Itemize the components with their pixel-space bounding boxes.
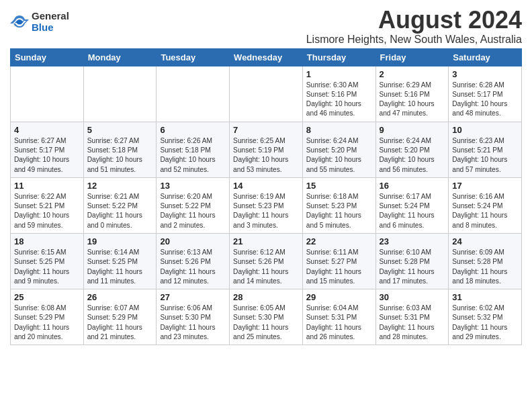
day-info: Sunrise: 6:19 AM Sunset: 5:23 PM Dayligh… xyxy=(233,192,299,230)
day-number: 12 xyxy=(87,181,153,191)
week-row-0: 1Sunrise: 6:30 AM Sunset: 5:16 PM Daylig… xyxy=(11,66,522,122)
calendar-cell-w2-d3: 14Sunrise: 6:19 AM Sunset: 5:23 PM Dayli… xyxy=(230,177,303,233)
logo-icon xyxy=(10,13,29,32)
calendar-cell-w0-d4: 1Sunrise: 6:30 AM Sunset: 5:16 PM Daylig… xyxy=(302,66,375,122)
day-number: 26 xyxy=(87,292,153,302)
calendar-cell-w3-d2: 20Sunrise: 6:13 AM Sunset: 5:26 PM Dayli… xyxy=(157,233,230,289)
day-number: 25 xyxy=(14,292,80,302)
week-row-3: 18Sunrise: 6:15 AM Sunset: 5:25 PM Dayli… xyxy=(11,233,522,289)
day-info: Sunrise: 6:11 AM Sunset: 5:27 PM Dayligh… xyxy=(306,248,372,286)
day-info: Sunrise: 6:20 AM Sunset: 5:22 PM Dayligh… xyxy=(160,192,226,230)
header-wednesday: Wednesday xyxy=(230,48,303,66)
location-title: Lismore Heights, New South Wales, Austra… xyxy=(306,34,522,46)
day-number: 31 xyxy=(452,292,518,302)
day-info: Sunrise: 6:17 AM Sunset: 5:24 PM Dayligh… xyxy=(380,192,445,230)
day-info: Sunrise: 6:08 AM Sunset: 5:29 PM Dayligh… xyxy=(14,304,80,342)
day-info: Sunrise: 6:21 AM Sunset: 5:22 PM Dayligh… xyxy=(87,192,153,230)
calendar-cell-w3-d4: 22Sunrise: 6:11 AM Sunset: 5:27 PM Dayli… xyxy=(302,233,375,289)
day-number: 11 xyxy=(14,181,80,191)
calendar-cell-w1-d3: 7Sunrise: 6:25 AM Sunset: 5:19 PM Daylig… xyxy=(230,122,303,177)
header-sunday: Sunday xyxy=(11,48,84,66)
day-number: 2 xyxy=(380,69,445,79)
day-number: 19 xyxy=(87,236,153,246)
day-info: Sunrise: 6:18 AM Sunset: 5:23 PM Dayligh… xyxy=(306,192,372,230)
day-info: Sunrise: 6:12 AM Sunset: 5:26 PM Dayligh… xyxy=(233,248,299,286)
calendar-cell-w0-d2 xyxy=(157,66,230,122)
day-number: 8 xyxy=(306,125,372,135)
day-number: 23 xyxy=(380,236,445,246)
header-monday: Monday xyxy=(83,48,157,66)
week-row-1: 4Sunrise: 6:27 AM Sunset: 5:17 PM Daylig… xyxy=(11,122,522,177)
day-number: 17 xyxy=(452,181,518,191)
calendar-cell-w3-d0: 18Sunrise: 6:15 AM Sunset: 5:25 PM Dayli… xyxy=(11,233,84,289)
day-info: Sunrise: 6:29 AM Sunset: 5:16 PM Dayligh… xyxy=(380,81,445,119)
day-number: 9 xyxy=(380,125,445,135)
day-number: 18 xyxy=(14,236,80,246)
day-number: 10 xyxy=(452,125,518,135)
day-info: Sunrise: 6:26 AM Sunset: 5:18 PM Dayligh… xyxy=(160,136,226,175)
day-info: Sunrise: 6:07 AM Sunset: 5:29 PM Dayligh… xyxy=(87,304,153,342)
calendar-cell-w4-d4: 29Sunrise: 6:04 AM Sunset: 5:31 PM Dayli… xyxy=(302,289,375,345)
calendar-cell-w2-d4: 15Sunrise: 6:18 AM Sunset: 5:23 PM Dayli… xyxy=(302,177,375,233)
calendar-cell-w3-d6: 24Sunrise: 6:09 AM Sunset: 5:28 PM Dayli… xyxy=(449,233,522,289)
day-number: 28 xyxy=(233,292,299,302)
calendar-cell-w0-d3 xyxy=(230,66,303,122)
month-title: August 2024 xyxy=(306,7,522,34)
day-info: Sunrise: 6:16 AM Sunset: 5:24 PM Dayligh… xyxy=(452,192,518,230)
week-row-2: 11Sunrise: 6:22 AM Sunset: 5:21 PM Dayli… xyxy=(11,177,522,233)
logo-general-text: General xyxy=(32,11,69,22)
calendar-cell-w2-d5: 16Sunrise: 6:17 AM Sunset: 5:24 PM Dayli… xyxy=(375,177,449,233)
logo: General Blue xyxy=(10,11,69,33)
header-friday: Friday xyxy=(375,48,449,66)
day-number: 20 xyxy=(160,236,226,246)
day-number: 24 xyxy=(452,236,518,246)
day-info: Sunrise: 6:04 AM Sunset: 5:31 PM Dayligh… xyxy=(306,304,372,342)
day-info: Sunrise: 6:25 AM Sunset: 5:19 PM Dayligh… xyxy=(233,136,299,175)
calendar-cell-w4-d2: 27Sunrise: 6:06 AM Sunset: 5:30 PM Dayli… xyxy=(157,289,230,345)
day-number: 22 xyxy=(306,236,372,246)
day-number: 21 xyxy=(233,236,299,246)
calendar-cell-w1-d6: 10Sunrise: 6:23 AM Sunset: 5:21 PM Dayli… xyxy=(449,122,522,177)
calendar-cell-w2-d2: 13Sunrise: 6:20 AM Sunset: 5:22 PM Dayli… xyxy=(157,177,230,233)
calendar-cell-w2-d1: 12Sunrise: 6:21 AM Sunset: 5:22 PM Dayli… xyxy=(83,177,157,233)
calendar-cell-w3-d5: 23Sunrise: 6:10 AM Sunset: 5:28 PM Dayli… xyxy=(375,233,449,289)
day-info: Sunrise: 6:27 AM Sunset: 5:18 PM Dayligh… xyxy=(87,136,153,175)
calendar-cell-w2-d6: 17Sunrise: 6:16 AM Sunset: 5:24 PM Dayli… xyxy=(449,177,522,233)
day-info: Sunrise: 6:09 AM Sunset: 5:28 PM Dayligh… xyxy=(452,248,518,286)
day-info: Sunrise: 6:22 AM Sunset: 5:21 PM Dayligh… xyxy=(14,192,80,230)
day-info: Sunrise: 6:05 AM Sunset: 5:30 PM Dayligh… xyxy=(233,304,299,342)
calendar-cell-w0-d6: 3Sunrise: 6:28 AM Sunset: 5:17 PM Daylig… xyxy=(449,66,522,122)
calendar-cell-w0-d5: 2Sunrise: 6:29 AM Sunset: 5:16 PM Daylig… xyxy=(375,66,449,122)
calendar-cell-w1-d1: 5Sunrise: 6:27 AM Sunset: 5:18 PM Daylig… xyxy=(83,122,157,177)
day-number: 6 xyxy=(160,125,226,135)
calendar-cell-w3-d3: 21Sunrise: 6:12 AM Sunset: 5:26 PM Dayli… xyxy=(230,233,303,289)
header-saturday: Saturday xyxy=(449,48,522,66)
header-thursday: Thursday xyxy=(302,48,375,66)
day-info: Sunrise: 6:23 AM Sunset: 5:21 PM Dayligh… xyxy=(452,136,518,175)
day-number: 1 xyxy=(306,69,372,79)
calendar-cell-w1-d0: 4Sunrise: 6:27 AM Sunset: 5:17 PM Daylig… xyxy=(11,122,84,177)
calendar-cell-w0-d1 xyxy=(83,66,157,122)
week-row-4: 25Sunrise: 6:08 AM Sunset: 5:29 PM Dayli… xyxy=(11,289,522,345)
calendar-cell-w4-d1: 26Sunrise: 6:07 AM Sunset: 5:29 PM Dayli… xyxy=(83,289,157,345)
day-info: Sunrise: 6:15 AM Sunset: 5:25 PM Dayligh… xyxy=(14,248,80,286)
day-number: 27 xyxy=(160,292,226,302)
day-info: Sunrise: 6:24 AM Sunset: 5:20 PM Dayligh… xyxy=(380,136,445,175)
calendar-table: Sunday Monday Tuesday Wednesday Thursday… xyxy=(10,48,522,346)
title-area: August 2024 Lismore Heights, New South W… xyxy=(306,7,522,46)
calendar-cell-w2-d0: 11Sunrise: 6:22 AM Sunset: 5:21 PM Dayli… xyxy=(11,177,84,233)
day-info: Sunrise: 6:02 AM Sunset: 5:32 PM Dayligh… xyxy=(452,304,518,342)
day-number: 13 xyxy=(160,181,226,191)
day-info: Sunrise: 6:28 AM Sunset: 5:17 PM Dayligh… xyxy=(452,81,518,119)
day-info: Sunrise: 6:14 AM Sunset: 5:25 PM Dayligh… xyxy=(87,248,153,286)
day-number: 16 xyxy=(380,181,445,191)
day-number: 3 xyxy=(452,69,518,79)
calendar-cell-w1-d5: 9Sunrise: 6:24 AM Sunset: 5:20 PM Daylig… xyxy=(375,122,449,177)
header-tuesday: Tuesday xyxy=(157,48,230,66)
calendar-header-row: Sunday Monday Tuesday Wednesday Thursday… xyxy=(11,48,522,66)
day-info: Sunrise: 6:03 AM Sunset: 5:31 PM Dayligh… xyxy=(380,304,445,342)
day-number: 4 xyxy=(14,125,80,135)
calendar-cell-w4-d3: 28Sunrise: 6:05 AM Sunset: 5:30 PM Dayli… xyxy=(230,289,303,345)
day-info: Sunrise: 6:30 AM Sunset: 5:16 PM Dayligh… xyxy=(306,81,372,119)
day-info: Sunrise: 6:24 AM Sunset: 5:20 PM Dayligh… xyxy=(306,136,372,175)
